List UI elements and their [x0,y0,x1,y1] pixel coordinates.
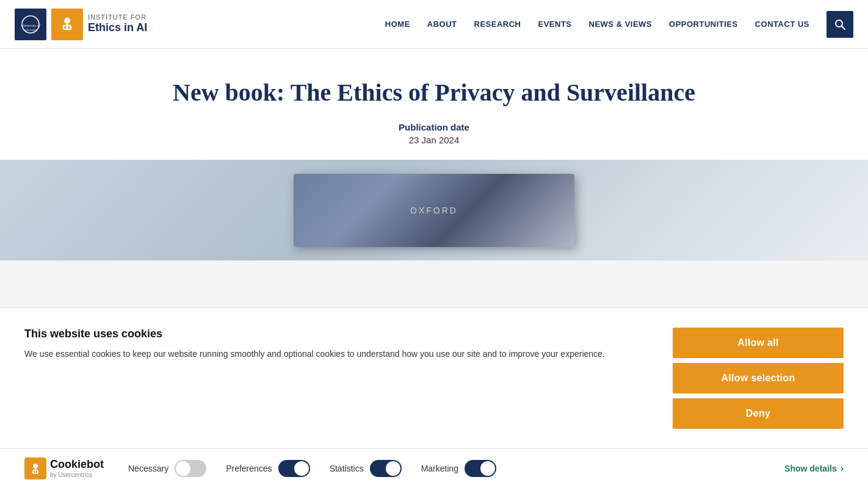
ethics-ai-logo[interactable] [51,9,83,40]
institute-text-block: INSTITUTE FOR Ethics in AI [88,13,147,35]
page-content: New book: The Ethics of Privacy and Surv… [0,49,868,260]
nav-events[interactable]: EVENTS [538,20,572,29]
svg-line-10 [842,26,845,29]
svg-text:OXFORD: OXFORD [24,29,37,32]
main-nav: HOME ABOUT RESEARCH EVENTS NEWS & VIEWS … [385,11,853,38]
site-header: University of OXFORD INSTITUTE FOR Ethic… [0,0,868,49]
nav-about[interactable]: ABOUT [427,20,457,29]
oxford-logo[interactable]: University of OXFORD [15,9,46,40]
nav-home[interactable]: HOME [385,20,410,29]
publication-date-value: 23 Jan 2024 [12,135,856,145]
svg-point-3 [64,18,70,24]
institute-for-label: INSTITUTE FOR [88,13,147,21]
nav-opportunities[interactable]: OPPORTUNITIES [669,20,738,29]
page-header: New book: The Ethics of Privacy and Surv… [0,49,868,160]
book-oxford-label: OXFORD [410,206,458,215]
book-cover: OXFORD [294,174,574,247]
search-button[interactable] [826,11,853,38]
search-icon [834,18,846,30]
book-image-area: OXFORD [0,160,868,260]
logo-area: University of OXFORD INSTITUTE FOR Ethic… [15,9,147,40]
publication-date-label: Publication date [12,122,856,132]
nav-contact-us[interactable]: CONTACT US [755,20,809,29]
page-title: New book: The Ethics of Privacy and Surv… [12,78,856,107]
nav-news-views[interactable]: NEWS & VIEWS [589,20,653,29]
svg-text:University of: University of [21,24,40,27]
nav-research[interactable]: RESEARCH [474,20,521,29]
ethics-ai-label: Ethics in AI [88,21,147,35]
